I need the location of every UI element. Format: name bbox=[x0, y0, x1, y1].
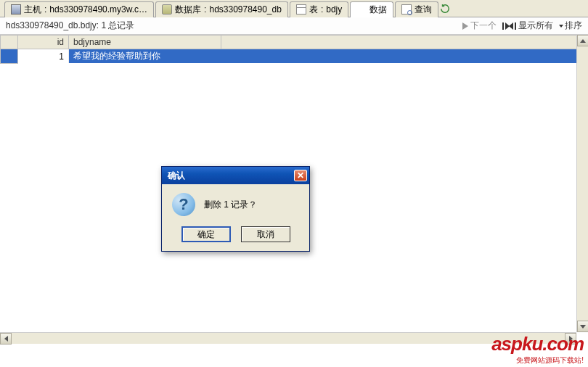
tab-query[interactable]: 查询 bbox=[395, 1, 438, 17]
logo-sub: 免费网站源码下载站! bbox=[491, 355, 584, 366]
tab-table-value: bdjy bbox=[326, 4, 342, 15]
show-all-button[interactable]: 显示所有 bbox=[502, 20, 553, 32]
tab-data-label: 数据 bbox=[369, 4, 387, 16]
arrow-down-icon bbox=[580, 325, 586, 329]
play-icon bbox=[462, 22, 468, 30]
confirm-dialog: 确认 ✕ ? 删除 1 记录？ 确定 取消 bbox=[161, 166, 310, 252]
watermark: aspku.com 免费网站源码下载站! bbox=[0, 344, 588, 367]
scroll-down-button[interactable] bbox=[577, 321, 588, 332]
dialog-title-text: 确认 bbox=[168, 170, 185, 182]
breadcrumb-bar: hds330978490_db.bdjy: 1 总记录 下一个 显示所有 排序 bbox=[0, 17, 588, 35]
tab-table-label: 表 bbox=[309, 4, 318, 16]
row-header-corner bbox=[1, 36, 18, 49]
ok-button[interactable]: 确定 bbox=[181, 226, 231, 242]
data-icon bbox=[356, 4, 367, 15]
query-icon bbox=[401, 4, 412, 15]
table-icon bbox=[296, 4, 306, 15]
next-label: 下一个 bbox=[470, 20, 497, 32]
tab-table[interactable]: 表: bdjy bbox=[290, 1, 348, 17]
chevron-down-icon bbox=[559, 25, 563, 28]
vertical-scrollbar[interactable] bbox=[576, 35, 588, 332]
close-icon: ✕ bbox=[297, 170, 304, 181]
tab-query-label: 查询 bbox=[415, 4, 432, 16]
show-all-label: 显示所有 bbox=[518, 20, 553, 32]
tab-host[interactable]: 主机: hds330978490.my3w.c… bbox=[4, 1, 154, 17]
breadcrumb-path: hds330978490_db.bdjy: 1 总记录 bbox=[6, 20, 134, 32]
question-icon: ? bbox=[172, 193, 195, 216]
last-icon bbox=[510, 22, 516, 30]
database-icon bbox=[162, 4, 172, 15]
refresh-icon[interactable] bbox=[440, 4, 450, 14]
cell-empty bbox=[221, 49, 588, 64]
close-button[interactable]: ✕ bbox=[294, 170, 307, 181]
tab-host-label: 主机 bbox=[24, 4, 41, 16]
tab-host-value: hds330978490.my3w.c… bbox=[49, 4, 147, 15]
logo-tld: .com bbox=[542, 333, 584, 355]
dialog-message: 删除 1 记录？ bbox=[204, 199, 257, 211]
cell-id[interactable]: 1 bbox=[18, 49, 69, 64]
first-icon bbox=[502, 22, 508, 30]
scroll-up-button[interactable] bbox=[577, 35, 588, 46]
logo-brand: aspku bbox=[491, 333, 542, 355]
sort-label: 排序 bbox=[565, 20, 582, 32]
arrow-left-icon bbox=[4, 336, 8, 342]
sort-button[interactable]: 排序 bbox=[559, 20, 582, 32]
cell-name[interactable]: 希望我的经验帮助到你 bbox=[69, 49, 221, 64]
tab-database-label: 数据库 bbox=[175, 4, 201, 16]
tab-database-value: hds330978490_db bbox=[209, 4, 281, 15]
host-icon bbox=[11, 4, 21, 15]
column-header-id[interactable]: id bbox=[18, 36, 69, 49]
column-header-empty bbox=[221, 36, 588, 49]
arrow-up-icon bbox=[580, 39, 586, 43]
dialog-titlebar[interactable]: 确认 ✕ bbox=[162, 167, 309, 184]
tab-bar: 主机: hds330978490.my3w.c… 数据库: hds3309784… bbox=[0, 0, 588, 17]
cancel-button[interactable]: 取消 bbox=[241, 226, 290, 242]
tab-database[interactable]: 数据库: hds330978490_db bbox=[155, 1, 288, 17]
tab-data[interactable]: 数据 bbox=[350, 1, 393, 17]
column-header-name[interactable]: bdjyname bbox=[69, 36, 221, 49]
scroll-left-button[interactable] bbox=[0, 333, 12, 345]
table-row[interactable]: 1 希望我的经验帮助到你 bbox=[1, 49, 588, 64]
row-marker bbox=[1, 49, 18, 64]
next-button[interactable]: 下一个 bbox=[462, 20, 497, 32]
horizontal-scrollbar[interactable] bbox=[0, 332, 576, 344]
